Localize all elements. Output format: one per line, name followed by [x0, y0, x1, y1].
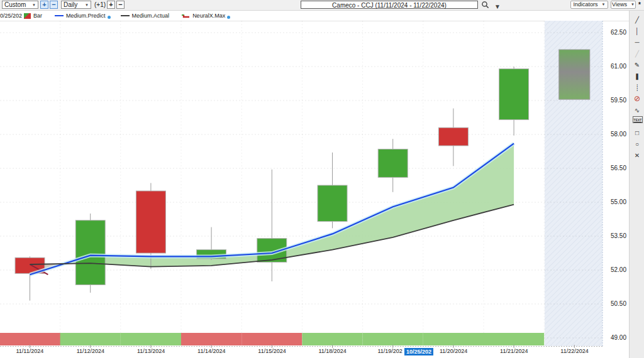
range-select[interactable]: Custom ▼ [2, 1, 38, 9]
legend-bar-label[interactable]: Bar [33, 13, 42, 19]
date-tick-label: 11/13/2024 [137, 348, 165, 354]
marker-tool-button[interactable]: ❚ [631, 71, 643, 81]
sentiment-strip-segment [242, 333, 302, 345]
date-tick-label: 11/14/2024 [197, 348, 225, 354]
prediction-range-box[interactable] [559, 50, 590, 99]
legend-item-neuralx-max[interactable]: NeuralX.Max [179, 13, 230, 19]
price-tick-label: 53.50 [601, 232, 626, 239]
date-tick-label: 11/22/2024 [560, 348, 588, 354]
candle-body[interactable] [318, 185, 347, 222]
neuralx-settings-dot[interactable] [227, 16, 230, 19]
indicators-button-label: Indicators [574, 1, 598, 8]
zoom-in-button[interactable]: + [40, 1, 48, 9]
range-select-value: Custom [4, 1, 26, 9]
ellipse-tool-button[interactable]: ○ [631, 139, 643, 149]
actual-line-swatch [121, 15, 130, 16]
erase-tool-button[interactable]: ✕ [631, 150, 643, 160]
price-tick-label: 52.00 [601, 266, 626, 273]
sentiment-strip-segment [423, 333, 484, 345]
symbol-title[interactable]: Cameco - CCJ (11/11/2024 - 11/22/2024) [301, 1, 478, 9]
chevron-down-icon: ▼ [631, 1, 635, 8]
period-select[interactable]: Daily ▼ [61, 1, 91, 9]
zoom-out-button[interactable]: − [50, 1, 58, 9]
date-tick-label: 11/15/2024 [258, 348, 286, 354]
search-icon[interactable] [481, 1, 490, 9]
vertical-line-tool-button[interactable]: │ [631, 26, 643, 36]
wave-tool-button[interactable]: ∿ [631, 105, 643, 115]
search-dropdown-caret[interactable]: ▼ [494, 3, 501, 11]
legend-clipped-date: 0/25/202 [0, 13, 22, 19]
chevron-down-icon: ▼ [85, 1, 89, 9]
sentiment-strip-segment [181, 333, 242, 345]
drawing-tool-strip: ╱│─╱✎❚┊⊘∿TEXT□○✕ [629, 11, 644, 358]
date-tick-label: 11/18/2024 [319, 348, 347, 354]
price-tick-label: 50.50 [601, 300, 626, 307]
trend-line-tool-button[interactable]: ╱ [631, 14, 643, 24]
date-tick-label: 11/11/2024 [16, 348, 44, 354]
neuralx-swatch-icon [181, 13, 190, 19]
bars-minus-button[interactable]: − [116, 1, 125, 9]
views-button[interactable]: Views▼ [611, 1, 636, 9]
candle-body[interactable] [438, 127, 468, 146]
predict-settings-dot[interactable] [108, 16, 111, 19]
price-tick-label: 55.00 [601, 198, 626, 205]
candle-body[interactable] [136, 191, 165, 253]
date-tick-label: 11/19/202 [378, 348, 402, 354]
price-tick-label: 59.50 [601, 97, 626, 104]
sentiment-strip-segment [121, 333, 181, 345]
date-tick-label: 11/12/2024 [77, 348, 104, 354]
sentiment-strip-segment [60, 333, 121, 345]
period-select-value: Daily [64, 1, 77, 9]
dotted-vertical-line-tool-button[interactable]: ┊ [631, 82, 643, 92]
predict-label: Medium.Predict [66, 13, 106, 19]
price-tick-label: 58.00 [601, 131, 626, 138]
views-button-label: Views [612, 1, 627, 8]
date-tick-label: 11/21/2024 [500, 348, 528, 354]
price-tick-label: 49.00 [601, 334, 626, 341]
no-draw-tool-button[interactable]: ⊘ [631, 94, 643, 104]
sentiment-strip-segment [484, 333, 544, 345]
chart-legend: 0/25/202 Bar Medium.Predict Medium.Actua… [0, 11, 629, 21]
indicators-button[interactable]: Indicators▼ [570, 1, 608, 9]
date-tick-label: 11/20/2024 [440, 348, 467, 354]
top-toolbar: Custom ▼ + − Daily ▼ (+1) + − Cameco - C… [0, 0, 644, 11]
candle-body[interactable] [75, 220, 105, 285]
ray-disabled-tool-button[interactable]: ╱ [631, 48, 643, 58]
candle-body[interactable] [499, 69, 529, 120]
legend-item-medium-predict[interactable]: Medium.Predict [52, 13, 111, 19]
chevron-down-icon: ▼ [602, 1, 606, 8]
chart-canvas[interactable] [0, 21, 629, 358]
sentiment-strip-segment [0, 333, 60, 345]
rectangle-tool-button[interactable]: □ [631, 127, 643, 138]
horizontal-line-tool-button[interactable]: ─ [631, 37, 643, 47]
modified-marker: * [638, 1, 641, 9]
sentiment-strip-segment [363, 333, 423, 345]
price-tick-label: 62.50 [601, 29, 626, 36]
pen-tool-button[interactable]: ✎ [631, 60, 643, 70]
chevron-down-icon: ▼ [32, 1, 36, 9]
bars-plus-button[interactable]: + [107, 1, 115, 9]
actual-label: Medium.Actual [132, 13, 170, 19]
neuralx-label: NeuralX.Max [192, 13, 225, 19]
bar-style-icon[interactable] [24, 13, 31, 19]
price-tick-label: 56.50 [601, 165, 626, 171]
predict-line-swatch [55, 15, 64, 16]
bar-offset-label: (+1) [94, 1, 106, 9]
price-tick-label: 61.00 [601, 63, 626, 70]
legend-item-medium-actual[interactable]: Medium.Actual [118, 13, 170, 19]
chart-svg[interactable] [0, 21, 629, 358]
highlighted-date-label[interactable]: 10/25/202 [404, 348, 433, 355]
sentiment-strip-segment [302, 333, 362, 345]
text-tool-button[interactable]: TEXT [633, 116, 643, 123]
candle-body[interactable] [378, 149, 408, 177]
